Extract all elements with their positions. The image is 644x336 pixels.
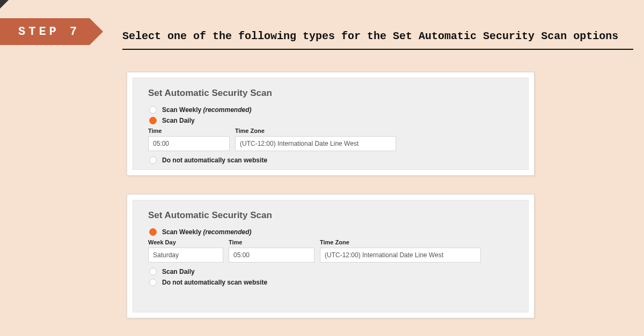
field-label: Time	[148, 128, 230, 134]
option-recommended: (recommended)	[203, 228, 252, 236]
weekday-input[interactable]	[148, 248, 223, 263]
radio-icon	[149, 117, 157, 124]
field-row: Time Time Zone	[148, 128, 513, 151]
option-recommended: (recommended)	[203, 106, 252, 114]
time-field: Time	[229, 239, 314, 263]
radio-icon	[149, 279, 157, 286]
timezone-input[interactable]	[320, 248, 481, 263]
option-label: Scan Weekly	[162, 106, 201, 114]
time-input[interactable]	[229, 248, 314, 263]
option-scan-weekly[interactable]: Scan Weekly (recommended)	[148, 106, 513, 114]
option-label: Do not automatically scan website	[162, 156, 267, 164]
panel-scan-daily: Set Automatic Security Scan Scan Weekly …	[127, 72, 535, 176]
radio-icon	[149, 228, 157, 236]
panel-scan-weekly: Set Automatic Security Scan Scan Weekly …	[127, 194, 535, 318]
panel-inner: Set Automatic Security Scan Scan Weekly …	[133, 200, 529, 312]
option-label: Do not automatically scan website	[162, 279, 267, 286]
panel-inner: Set Automatic Security Scan Scan Weekly …	[133, 78, 529, 170]
option-do-not-scan[interactable]: Do not automatically scan website	[148, 156, 513, 164]
panel-title: Set Automatic Security Scan	[148, 210, 513, 221]
option-label: Scan Daily	[162, 268, 195, 275]
step-label: STEP 7	[18, 25, 80, 39]
field-label: Week Day	[148, 239, 223, 245]
field-label: Time Zone	[235, 128, 396, 134]
timezone-field: Time Zone	[320, 239, 481, 263]
option-scan-daily[interactable]: Scan Daily	[148, 268, 513, 275]
time-input[interactable]	[148, 136, 230, 151]
panel-title: Set Automatic Security Scan	[148, 88, 513, 99]
radio-icon	[149, 156, 157, 164]
header: STEP 7 Select one of the following types…	[0, 18, 639, 50]
option-scan-daily[interactable]: Scan Daily	[148, 117, 513, 124]
radio-icon	[149, 106, 157, 114]
option-label: Scan Weekly	[162, 228, 201, 236]
timezone-field: Time Zone	[235, 128, 396, 151]
field-label: Time Zone	[320, 239, 481, 245]
corner-fold-icon	[0, 0, 9, 9]
field-row: Week Day Time Time Zone	[148, 239, 513, 263]
option-do-not-scan[interactable]: Do not automatically scan website	[148, 279, 513, 286]
radio-icon	[149, 268, 157, 275]
timezone-input[interactable]	[235, 136, 396, 151]
option-scan-weekly[interactable]: Scan Weekly (recommended)	[148, 228, 513, 236]
field-label: Time	[229, 239, 314, 245]
step-badge: STEP 7	[0, 18, 90, 45]
weekday-field: Week Day	[148, 239, 223, 263]
time-field: Time	[148, 128, 230, 151]
header-instruction: Select one of the following types for th…	[122, 30, 633, 50]
option-label: Scan Daily	[162, 117, 195, 124]
